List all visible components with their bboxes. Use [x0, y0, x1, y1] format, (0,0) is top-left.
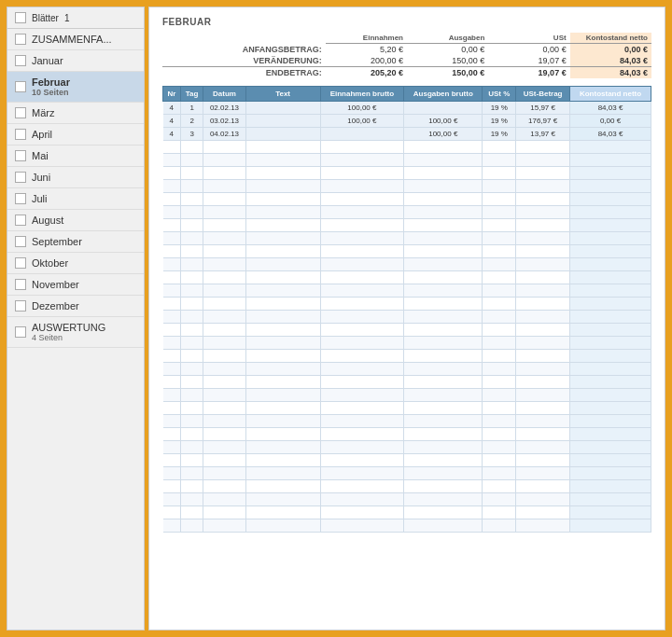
table-cell-empty: [516, 167, 570, 180]
table-cell: 19 %: [483, 102, 516, 115]
table-cell-empty: [483, 363, 516, 376]
table-cell-empty: [570, 180, 651, 193]
table-cell: 19 %: [483, 115, 516, 128]
table-cell-empty: [245, 180, 320, 193]
endbetrag-ust: 19,07 €: [488, 67, 569, 79]
sidebar-checkbox-mai[interactable]: [15, 150, 26, 161]
sidebar-checkbox-maerz[interactable]: [15, 107, 26, 118]
sidebar-item-september[interactable]: September: [7, 231, 144, 253]
sidebar-item-mai[interactable]: Mai: [7, 145, 144, 167]
table-cell-empty: [245, 141, 320, 154]
table-cell-empty: [516, 350, 570, 363]
table-cell: 84,03 €: [570, 128, 651, 141]
table-cell-empty: [570, 324, 651, 337]
table-cell-empty: [245, 389, 320, 402]
sidebar-checkbox-august[interactable]: [15, 215, 26, 226]
sidebar-item-august[interactable]: August: [7, 210, 144, 231]
table-cell-empty: [483, 376, 516, 389]
sidebar-item-oktober[interactable]: Oktober: [7, 253, 144, 274]
table-cell-empty: [163, 415, 181, 428]
table-cell-empty: [180, 311, 203, 324]
table-cell: 84,03 €: [570, 102, 651, 115]
table-cell-empty: [570, 350, 651, 363]
table-row-empty: [163, 506, 651, 519]
sidebar-label-juli: Juli: [32, 193, 48, 204]
table-cell-empty: [483, 506, 516, 519]
table-cell-empty: [483, 167, 516, 180]
table-cell: [245, 115, 320, 128]
sidebar-checkbox-januar[interactable]: [15, 55, 26, 66]
table-cell-empty: [203, 454, 245, 467]
sidebar-checkbox-oktober[interactable]: [15, 257, 26, 269]
table-cell-empty: [483, 350, 516, 363]
table-cell-empty: [203, 428, 245, 441]
table-cell-empty: [516, 298, 570, 311]
table-row-empty: [163, 271, 651, 284]
endbetrag-ausgaben: 150,00 €: [407, 67, 488, 79]
sidebar-checkbox-dezember[interactable]: [15, 300, 26, 312]
sidebar-item-dezember[interactable]: Dezember: [7, 296, 144, 317]
sidebar-checkbox-juli[interactable]: [15, 193, 26, 204]
sidebar-sub-februar: 10 Seiten: [32, 88, 70, 97]
veraenderung-ust: 19,07 €: [488, 55, 569, 67]
table-cell-empty: [320, 284, 404, 298]
table-cell-empty: [320, 506, 404, 519]
sidebar-label-august: August: [32, 215, 63, 226]
table-cell-empty: [245, 454, 320, 467]
table-cell-empty: [516, 206, 570, 219]
table-cell-empty: [245, 258, 320, 271]
sidebar-label-juni: Juni: [32, 172, 50, 183]
table-cell-empty: [516, 441, 570, 454]
sidebar-checkbox-auswertung[interactable]: [15, 326, 26, 338]
table-row-empty: [163, 363, 651, 376]
sidebar-item-april[interactable]: April: [7, 124, 144, 145]
table-cell-empty: [320, 441, 404, 454]
table-cell-empty: [570, 415, 651, 428]
table-cell-empty: [516, 193, 570, 206]
table-cell-empty: [404, 324, 483, 337]
table-cell-empty: [320, 493, 404, 506]
table-cell-empty: [245, 206, 320, 219]
sidebar-item-november[interactable]: November: [7, 274, 144, 296]
summary-table: Einnahmen Ausgaben USt Kontostand netto …: [162, 33, 651, 78]
table-cell-empty: [320, 258, 404, 271]
table-row-empty: [163, 206, 651, 219]
sidebar-checkbox-november[interactable]: [15, 279, 26, 290]
table-cell-empty: [320, 271, 404, 284]
sidebar-item-juli[interactable]: Juli: [7, 188, 144, 210]
sidebar-checkbox-juni[interactable]: [15, 172, 26, 183]
sidebar-item-februar[interactable]: Februar10 Seiten: [7, 72, 144, 103]
table-cell-empty: [163, 284, 181, 298]
table-cell-empty: [483, 206, 516, 219]
table-cell-empty: [516, 519, 570, 533]
sidebar-item-zusammenfassung[interactable]: ZUSAMMENFA...: [7, 29, 144, 50]
table-cell-empty: [404, 389, 483, 402]
table-cell-empty: [483, 402, 516, 415]
table-row-empty: [163, 467, 651, 480]
sidebar-items: ZUSAMMENFA...JanuarFebruar10 SeitenMärzA…: [7, 29, 144, 348]
table-cell-empty: [570, 193, 651, 206]
table-cell-empty: [570, 284, 651, 298]
top-checkbox[interactable]: [15, 12, 26, 23]
sidebar-item-auswertung[interactable]: AUSWERTUNG4 Seiten: [7, 317, 144, 348]
table-cell-empty: [203, 245, 245, 258]
table-body: 4102.02.13100,00 €19 %15,97 €84,03 €4203…: [163, 102, 651, 533]
table-cell-empty: [163, 219, 181, 232]
sidebar-checkbox-zusammenfassung[interactable]: [15, 34, 26, 45]
table-cell-empty: [516, 284, 570, 298]
sidebar-checkbox-februar[interactable]: [15, 81, 26, 92]
table-cell-empty: [483, 180, 516, 193]
table-cell-empty: [404, 271, 483, 284]
table-cell: 3: [180, 128, 203, 141]
sidebar-item-juni[interactable]: Juni: [7, 167, 144, 188]
sidebar-label-dezember: Dezember: [32, 300, 79, 312]
table-cell-empty: [404, 376, 483, 389]
table-cell: [245, 128, 320, 141]
sidebar-checkbox-april[interactable]: [15, 129, 26, 140]
table-cell-empty: [516, 493, 570, 506]
sidebar-checkbox-september[interactable]: [15, 236, 26, 247]
sidebar-item-januar[interactable]: Januar: [7, 50, 144, 72]
table-row-empty: [163, 350, 651, 363]
table-cell-empty: [516, 232, 570, 245]
sidebar-item-maerz[interactable]: März: [7, 103, 144, 124]
